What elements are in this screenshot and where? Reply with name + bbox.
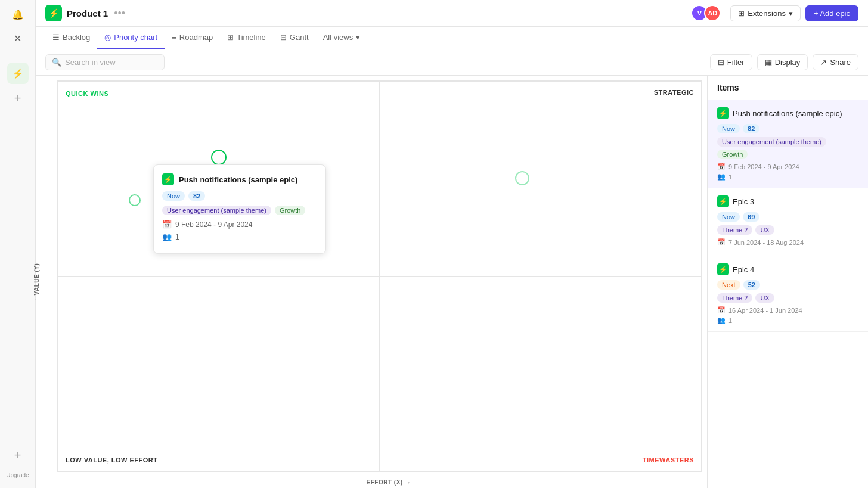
panel-item-1-status[interactable]: Now xyxy=(717,124,740,133)
epic-dot-2[interactable] xyxy=(515,171,529,185)
content-area: ↑ VALUE (Y) QUICK WINS xyxy=(36,76,868,488)
panel-item-1-count: 👥 1 xyxy=(717,173,858,181)
panel-item-1-tags: Now 82 xyxy=(717,124,858,133)
display-icon: ▦ xyxy=(765,58,772,67)
epic-dot-3[interactable] xyxy=(129,194,141,206)
panel-item-2-title: Epic 3 xyxy=(733,197,754,206)
panel-item-3-score: 52 xyxy=(743,280,760,290)
panel-item-1-theme[interactable]: User engagement (sample theme) xyxy=(717,137,826,147)
quickwins-label: QUICK WINS xyxy=(66,90,108,97)
panel-item-1-title: Push notifications (sample epic) xyxy=(733,109,842,118)
tooltip-epic-icon: ⚡ xyxy=(162,173,174,185)
tooltip-tag-now[interactable]: Now xyxy=(162,191,185,201)
x-axis-label: EFFORT (X) → xyxy=(52,477,707,488)
tooltip-count: 👥 1 xyxy=(162,232,317,241)
tab-all-views[interactable]: All views ▾ xyxy=(316,27,368,49)
y-axis-label: ↑ VALUE (Y) xyxy=(33,263,40,301)
quadrant-timewasters: TIMEWASTERS xyxy=(380,276,702,472)
app-title: Product 1 xyxy=(67,8,108,18)
filter-icon: ⊟ xyxy=(718,58,724,67)
extensions-icon: ⊞ xyxy=(738,9,745,18)
all-views-dropdown-icon: ▾ xyxy=(356,33,360,42)
tooltip-tag-score: 82 xyxy=(188,191,205,201)
panel-item-1-icon: ⚡ xyxy=(717,107,729,119)
sidebar-bell-icon[interactable]: 🔔 xyxy=(8,5,27,24)
panel-item-3-status[interactable]: Next xyxy=(717,280,740,290)
upgrade-label[interactable]: Upgrade xyxy=(6,472,29,483)
strategic-label: STRATEGIC xyxy=(654,89,694,96)
panel-item-3-calendar-icon: 📅 xyxy=(717,306,726,314)
panel-item-3-theme[interactable]: Theme 2 xyxy=(717,293,752,303)
sidebar-project-icon[interactable]: ⚡ xyxy=(7,63,29,84)
panel-item-1-theme-tags: User engagement (sample theme) Growth xyxy=(717,137,858,159)
panel-item-1-team-icon: 👥 xyxy=(717,173,726,181)
tooltip-title: Push notifications (sample epic) xyxy=(179,175,297,184)
tooltip-tag-theme[interactable]: User engagement (sample theme) xyxy=(162,206,271,215)
panel-item-2-theme[interactable]: Theme 2 xyxy=(717,225,752,235)
extensions-button[interactable]: ⊞ Extensions ▾ xyxy=(730,5,801,21)
app-logo: ⚡ xyxy=(45,5,62,21)
tab-backlog[interactable]: ☰ Backlog xyxy=(45,27,97,49)
avatar-ad[interactable]: AD xyxy=(704,5,721,21)
display-button[interactable]: ▦ Display xyxy=(757,54,808,70)
roadmap-icon: ≡ xyxy=(172,33,176,42)
sidebar-add-btn[interactable]: + xyxy=(8,89,27,108)
lowvalue-label: LOW VALUE, LOW EFFORT xyxy=(66,456,158,464)
quadrant-low-value: LOW VALUE, LOW EFFORT xyxy=(58,276,380,472)
calendar-icon: 📅 xyxy=(162,220,172,229)
sidebar-add2-btn[interactable]: + xyxy=(8,446,27,465)
epic-tooltip: ⚡ Push notifications (sample epic) Now 8… xyxy=(153,164,326,254)
panel-item-1-calendar-icon: 📅 xyxy=(717,163,726,170)
sidebar-close-icon[interactable]: ✕ xyxy=(8,29,27,48)
panel-item-3-header: ⚡ Epic 4 xyxy=(717,263,858,275)
timewasters-label: TIMEWASTERS xyxy=(643,456,694,464)
backlog-icon: ☰ xyxy=(52,33,60,42)
tab-roadmap[interactable]: ≡ Roadmap xyxy=(165,27,220,49)
search-input[interactable]: 🔍 Search in view xyxy=(45,54,165,70)
panel-item-1-header: ⚡ Push notifications (sample epic) xyxy=(717,107,858,119)
search-icon: 🔍 xyxy=(52,58,61,67)
panel-item-3-title: Epic 4 xyxy=(733,265,754,274)
panel-item-3-theme-tags: Theme 2 UX xyxy=(717,293,858,303)
toolbar: 🔍 Search in view ⊟ Filter ▦ Display ↗ Sh… xyxy=(36,49,868,76)
panel-item-2-tags: Now 69 xyxy=(717,212,858,222)
panel-item-2[interactable]: ⚡ Epic 3 Now 69 Theme 2 UX 📅 7 Jun 2024 … xyxy=(708,188,868,256)
panel-item-2-date: 📅 7 Jun 2024 - 18 Aug 2024 xyxy=(717,238,858,246)
sidebar: 🔔 ✕ ⚡ + + Upgrade xyxy=(0,0,36,488)
filter-button[interactable]: ⊟ Filter xyxy=(710,54,752,70)
panel-item-3-team-icon: 👥 xyxy=(717,316,726,324)
panel-items-list: ⚡ Push notifications (sample epic) Now 8… xyxy=(708,100,868,488)
tooltip-tags-row2: User engagement (sample theme) Growth xyxy=(162,206,317,215)
tab-timeline[interactable]: ⊞ Timeline xyxy=(220,27,273,49)
main-content: ⚡ Product 1 ••• V AD ⊞ Extensions ▾ + Ad… xyxy=(36,0,868,488)
panel-item-3[interactable]: ⚡ Epic 4 Next 52 Theme 2 UX 📅 16 Apr 202… xyxy=(708,256,868,332)
tab-gantt[interactable]: ⊟ Gantt xyxy=(273,27,316,49)
tab-priority-chart[interactable]: ◎ Priority chart xyxy=(97,27,165,49)
app-header: ⚡ Product 1 ••• V AD ⊞ Extensions ▾ + Ad… xyxy=(36,0,868,27)
priority-chart: QUICK WINS STRATEGIC xyxy=(57,80,702,472)
avatar-group: V AD xyxy=(691,5,721,21)
panel-item-2-header: ⚡ Epic 3 xyxy=(717,195,858,207)
more-options-icon[interactable]: ••• xyxy=(114,7,125,20)
timeline-icon: ⊞ xyxy=(227,33,234,42)
panel-item-3-count: 👥 1 xyxy=(717,316,858,324)
panel-item-1[interactable]: ⚡ Push notifications (sample epic) Now 8… xyxy=(708,100,868,188)
share-button[interactable]: ↗ Share xyxy=(813,54,858,70)
panel-item-2-calendar-icon: 📅 xyxy=(717,238,726,246)
panel-item-1-growth[interactable]: Growth xyxy=(717,150,748,159)
panel-item-2-score: 69 xyxy=(743,212,760,222)
tooltip-header: ⚡ Push notifications (sample epic) xyxy=(162,173,317,185)
priority-chart-icon: ◎ xyxy=(104,33,111,42)
chart-wrapper: ↑ VALUE (Y) QUICK WINS xyxy=(36,76,707,488)
epic-dot-1[interactable] xyxy=(211,150,227,165)
panel-item-2-theme-tags: Theme 2 UX xyxy=(717,225,858,235)
nav-tabs: ☰ Backlog ◎ Priority chart ≡ Roadmap ⊞ T… xyxy=(36,27,868,49)
panel-item-3-tags: Next 52 xyxy=(717,280,858,290)
right-panel: Items ⚡ Push notifications (sample epic)… xyxy=(707,76,868,488)
panel-item-2-ux[interactable]: UX xyxy=(755,225,774,235)
panel-item-2-status[interactable]: Now xyxy=(717,212,740,222)
tooltip-tag-growth[interactable]: Growth xyxy=(275,206,305,215)
panel-item-3-icon: ⚡ xyxy=(717,263,729,275)
panel-item-3-ux[interactable]: UX xyxy=(755,293,774,303)
add-epic-button[interactable]: + Add epic xyxy=(805,5,858,21)
